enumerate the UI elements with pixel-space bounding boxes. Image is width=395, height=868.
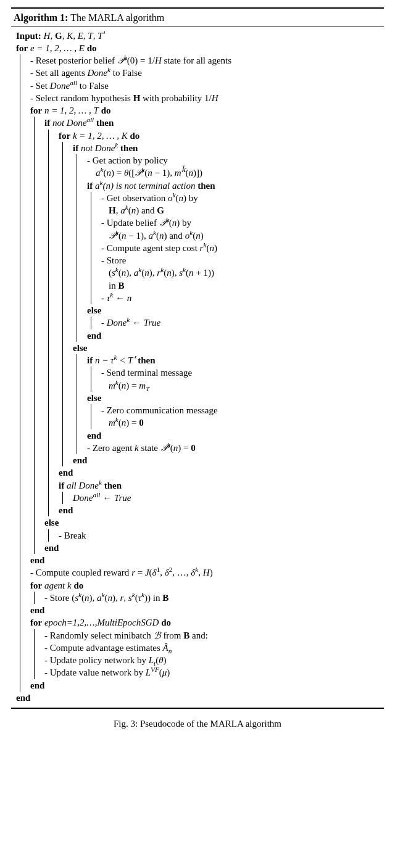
title-prefix: Algorithm 1: xyxy=(14,12,68,23)
kw-then: then xyxy=(198,181,215,191)
get-action-eq: ak(n) = θ([𝒫k(n − 1), mk̄(n)]) xyxy=(87,167,383,179)
block-if-donek: - Get action by policy ak(n) = θ([𝒫k(n −… xyxy=(77,154,383,342)
algorithm-body: Input: H, G, K, E, T, Tʹ for e = 1, 2, …… xyxy=(11,27,384,708)
kw-for: for xyxy=(16,43,28,53)
kw-if: if xyxy=(59,481,64,490)
block-all-done: Doneall ← True xyxy=(62,492,383,504)
for-agent-k: for agent k do xyxy=(30,579,383,592)
title-text: The MARLA algorithm xyxy=(70,12,164,23)
input-vars: H, G, K, E, T, Tʹ xyxy=(44,31,106,41)
end2: end xyxy=(87,429,383,442)
store2: - Store (sk(n), ak(n), r, sk(τk)) in B xyxy=(44,592,383,604)
get-obs2: H, ak(n) and G xyxy=(101,204,383,217)
block-k: if not Donek then - Get action by policy… xyxy=(62,142,383,467)
kw-do: do xyxy=(161,618,171,627)
block-else3: - Zero communication message mk(n) = 0 xyxy=(91,404,383,429)
else2: else xyxy=(73,342,383,354)
end9: end xyxy=(30,679,383,692)
update-value: - Update value network by LVF(μ) xyxy=(44,666,383,679)
end5: end xyxy=(59,504,383,516)
for-n-range: n = 1, 2, … , T xyxy=(44,105,99,115)
compute-reward: - Compute coupled reward r = J(δ1, δ2, …… xyxy=(30,566,383,579)
block-else2: if n − τk < Tʹ then - Send terminal mess… xyxy=(77,354,383,454)
kw-then: then xyxy=(138,355,155,365)
if-a-not-terminal: if ak(n) is not terminal action then xyxy=(87,180,383,192)
end1: end xyxy=(87,329,383,342)
for-k-range: k = 1, 2, … , K xyxy=(73,131,128,141)
kw-then: then xyxy=(96,118,114,128)
for-k: for k = 1, 2, … , K do xyxy=(59,130,383,142)
kw-do: do xyxy=(101,105,111,115)
kw-for: for xyxy=(30,618,42,627)
doneall-true: Doneall ← True xyxy=(73,492,383,504)
input-label: Input: xyxy=(16,31,41,41)
update-policy: - Update policy network by Lt(θ) xyxy=(44,654,383,666)
donek-true: - Donek ← True xyxy=(101,316,383,329)
block-e: - Reset posterior belief 𝒫k(0) = 1/H sta… xyxy=(20,54,383,692)
get-action: - Get action by policy xyxy=(87,154,383,167)
kw-for: for xyxy=(59,131,70,141)
compute-cost: - Compute agent step cost rk(n) xyxy=(101,242,383,254)
end4: end xyxy=(59,466,383,479)
compute-adv: - Compute advantage estimates Ân xyxy=(44,642,383,654)
zero-state: - Zero agent k state 𝒫k(n) = 0 xyxy=(87,442,383,454)
algorithm-box: Algorithm 1: The MARLA algorithm Input: … xyxy=(11,7,384,709)
kw-for: for xyxy=(30,581,42,590)
algorithm-title: Algorithm 1: The MARLA algorithm xyxy=(11,9,384,27)
kw-then: then xyxy=(120,143,138,153)
select-H: - Select random hypothesis H with probab… xyxy=(30,92,383,104)
kw-do: do xyxy=(87,43,97,53)
kw-do: do xyxy=(73,581,83,590)
update-belief2: 𝒫k(n − 1), ak(n) and ok(n) xyxy=(101,229,383,242)
for-agent-k-range: agent k xyxy=(44,581,72,590)
store1b: (sk(n), ak(n), rk(n), sk(n + 1)) xyxy=(101,267,383,279)
end3: end xyxy=(73,454,383,466)
end10: end xyxy=(16,692,383,704)
block-if-notterm: - Get observation ok(n) by H, ak(n) and … xyxy=(91,192,383,304)
send-term: - Send terminal message xyxy=(101,366,383,379)
input-line: Input: H, G, K, E, T, Tʹ xyxy=(16,30,383,42)
for-n: for n = 1, 2, … , T do xyxy=(30,104,383,117)
if-n-tau: if n − τk < Tʹ then xyxy=(87,354,383,366)
zero-comm2: mk(n) = 0 xyxy=(101,416,383,429)
block-else1: - Donek ← True xyxy=(91,316,383,329)
else3: else xyxy=(87,392,383,404)
block-if-ntau: - Send terminal message mk(n) = mT xyxy=(91,366,383,392)
block-if-doneall: for k = 1, 2, … , K do if not Donek then… xyxy=(48,130,383,517)
block-n: if not Doneall then for k = 1, 2, … , K … xyxy=(34,117,383,554)
zero-comm: - Zero communication message xyxy=(101,404,383,416)
get-obs: - Get observation ok(n) by xyxy=(101,192,383,204)
set-doneall: - Set Doneall to False xyxy=(30,80,383,92)
update-belief: - Update belief 𝒫k(n) by xyxy=(101,217,383,229)
kw-if: if xyxy=(87,181,93,191)
kw-if: if xyxy=(44,118,50,128)
kw-if: if xyxy=(87,355,93,365)
else4: else xyxy=(44,516,383,529)
kw-do: do xyxy=(130,131,140,141)
kw-for: for xyxy=(30,105,42,115)
for-epoch: for epoch=1,2,…,MultiEpochSGD do xyxy=(30,616,383,629)
set-donek: - Set all agents Donek to False xyxy=(30,67,383,79)
for-epoch-range: epoch=1,2,…,MultiEpochSGD xyxy=(44,618,159,627)
store1: - Store xyxy=(101,254,383,267)
end6: end xyxy=(44,542,383,554)
for-e: for e = 1, 2, … , E do xyxy=(16,42,383,54)
tau-assign: - τk ← n xyxy=(101,292,383,304)
block-else4: - Break xyxy=(48,529,383,542)
if-not-donek: if not Donek then xyxy=(73,142,383,154)
break: - Break xyxy=(59,529,383,542)
block-agent-k: - Store (sk(n), ak(n), r, sk(τk)) in B xyxy=(34,592,383,604)
end7: end xyxy=(30,554,383,566)
for-e-range: e = 1, 2, … , E xyxy=(30,43,85,53)
rand-mb: - Randomly select minibatch ℬ from B and… xyxy=(44,629,383,642)
reset-belief: - Reset posterior belief 𝒫k(0) = 1/H sta… xyxy=(30,54,383,67)
end8: end xyxy=(30,604,383,616)
if-all-done: if all Donek then xyxy=(59,479,383,492)
block-epoch: - Randomly select minibatch ℬ from B and… xyxy=(34,629,383,679)
kw-if: if xyxy=(73,143,78,153)
figure-caption: Fig. 3: Pseudocode of the MARLA algorith… xyxy=(11,717,384,730)
else1: else xyxy=(87,304,383,316)
if-not-doneall: if not Doneall then xyxy=(44,117,383,129)
send-term2: mk(n) = mT xyxy=(101,379,383,392)
store1c: in B xyxy=(101,279,383,292)
